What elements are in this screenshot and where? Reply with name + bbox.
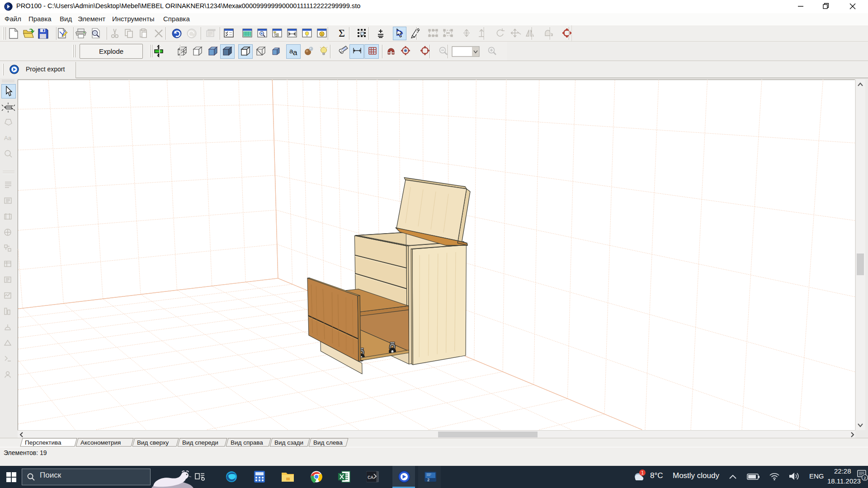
- svg-text:Вид справа: Вид справа: [231, 439, 263, 446]
- svg-text:Вид спереди: Вид спереди: [182, 439, 218, 446]
- svg-text:Aa: Aa: [4, 135, 12, 141]
- svg-text:Перспектива: Перспектива: [25, 439, 61, 446]
- svg-text:Вид сзади: Вид сзади: [274, 439, 303, 446]
- svg-text:1: 1: [641, 470, 644, 475]
- svg-text:Вид слева: Вид слева: [313, 439, 343, 446]
- svg-text:Аксонометрия: Аксонометрия: [80, 439, 121, 446]
- svg-text:2: 2: [863, 476, 866, 480]
- svg-text:Вид сверху: Вид сверху: [137, 439, 169, 446]
- svg-text:2: 2: [427, 478, 429, 482]
- svg-text:CA: CA: [368, 475, 374, 480]
